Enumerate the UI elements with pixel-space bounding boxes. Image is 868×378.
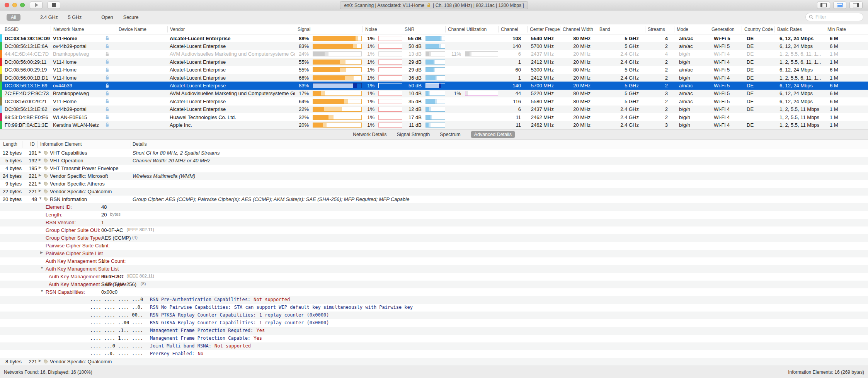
network-row[interactable]: DC:08:56:13:1E:6Aov44b39-portalAlcatel-L… [0,42,868,50]
ie-row[interactable]: Auth Key Management Suite OUI:00-0F-AC(I… [0,273,868,281]
network-row[interactable]: 44:4E:6D:44:CE:7DBramkoppelwegAVM Audiov… [0,50,868,58]
tab-network-details[interactable]: Network Details [353,132,387,137]
scan-stop-button[interactable] [48,2,60,9]
disclosure-expanded-icon[interactable]: ▼ [39,196,42,200]
ie-row[interactable]: .... ..0. .... ....PeerKey Enabled:No [0,350,868,358]
column-header-bssid[interactable]: BSSID [2,26,51,32]
toggle-bottom-panel-button[interactable] [833,2,846,9]
ie-row[interactable]: Auth Key Management Suite Type:SAE (SHA-… [0,281,868,288]
disclosure-collapsed-icon[interactable]: ▶ [39,173,41,177]
zoom-button[interactable] [20,3,25,7]
column-header-mode[interactable]: Mode [674,26,709,32]
ie-row[interactable]: 20 bytes48▼RSN InformationGroup Cipher: … [0,196,868,203]
ie-row[interactable]: 4 bytes195▶VHT Transmit Power Envelope [0,165,868,172]
network-row[interactable]: DC:08:56:00:29:11V11-HomeAlcatel-Lucent … [0,58,868,66]
band-filter-2-4ghz[interactable]: 2.4 GHz [40,15,58,20]
ie-row[interactable]: Auth Key Management Suite Count:1 [0,257,868,265]
ie-row[interactable]: ▼Auth Key Management Suite List [0,265,868,273]
column-header-country-code[interactable]: Country Code [742,26,774,32]
toggle-left-sidebar-button[interactable] [817,2,830,9]
network-row[interactable]: DC:08:56:13:1E:62ov44b39-portalAlcatel-L… [0,106,868,113]
disclosure-collapsed-icon[interactable]: ▶ [39,359,41,363]
generation-cell: Wi-Fi 4 [709,51,742,57]
ie-row[interactable]: Pairwise Cipher Suite Count:1 [0,242,868,250]
tab-advanced-details[interactable]: Advanced Details [471,131,515,138]
ie-row[interactable]: ▼RSN Capabilities:0x00c0 [0,288,868,296]
ie-row[interactable]: ▶Pairwise Cipher Suite List [0,250,868,257]
disclosure-collapsed-icon[interactable]: ▶ [39,189,41,192]
scan-start-button[interactable] [30,2,43,9]
disclosure-collapsed-icon[interactable]: ▶ [39,158,41,162]
column-header-streams[interactable]: Streams [645,26,674,32]
column-header-channel-width[interactable]: Channel Width [560,26,597,32]
column-header-min-rate[interactable]: Min Rate [825,26,868,32]
network-row[interactable]: F0:99:BF:0A:E1:3EKerstins WLAN-NetzwerkA… [0,121,868,129]
ie-row[interactable]: Element ID:48 [0,203,868,211]
tab-spectrum[interactable]: Spectrum [440,132,461,137]
column-header-channel-utilization[interactable]: Channel Utilization [445,26,498,32]
network-row[interactable]: DC:08:56:00:1B:D1V11-HomeAlcatel-Lucent … [0,74,868,82]
network-row[interactable]: DC:08:56:00:29:21V11-HomeAlcatel-Lucent … [0,97,868,105]
tag-icon [44,158,48,164]
ie-row[interactable]: 22 bytes221▶Vendor Specific: Qualcomm [0,188,868,196]
network-row[interactable]: 7C:FF:4D:2E:9C:73BramkoppelwegAVM Audiov… [0,90,868,97]
filter-input[interactable] [815,14,860,20]
toggle-right-sidebar-button[interactable] [849,2,863,9]
network-row[interactable]: DC:08:56:13:1E:69ov44b39Alcatel-Lucent E… [0,82,868,89]
network-row[interactable]: 88:53:D4:BE:E0:E6WLAN-E0E615Huawei Techn… [0,113,868,121]
ie-row[interactable]: .... .... ..00 ....RSN GTKSA Replay Coun… [0,319,868,327]
noise-bar [378,123,402,128]
ie-row[interactable]: Group Cipher Suite OUI:00-0F-AC(IEEE 802… [0,226,868,234]
band-filter-5ghz[interactable]: 5 GHz [68,15,82,20]
snr-bar-cell [423,60,445,65]
column-header-signal[interactable]: Signal [295,26,363,32]
column-header-device-name[interactable]: Device Name [116,26,167,32]
ie-field-note: (8) [141,281,146,286]
disclosure-expanded-icon[interactable]: ▼ [40,266,44,270]
column-header-basic-rates[interactable]: Basic Rates [774,26,825,32]
band-filter-all[interactable]: All [7,14,20,21]
disclosure-expanded-icon[interactable]: ▼ [40,289,44,293]
disclosure-collapsed-icon[interactable]: ▶ [39,150,41,154]
ie-row[interactable]: Group Cipher Suite Type:AES (CCMP)(4) [0,234,868,242]
ie-column-header-details[interactable]: Details [133,141,147,147]
column-header-network-name[interactable]: Network Name [51,26,116,32]
ie-row[interactable]: 5 bytes192▶VHT OperationChannel Width: 2… [0,157,868,165]
column-header-noise[interactable]: Noise [363,26,402,32]
ie-row[interactable]: 12 bytes191▶VHT CapabilitiesShort GI for… [0,149,868,157]
ie-row[interactable]: .... .... .1.. ....Management Frame Prot… [0,327,868,335]
security-filter-open[interactable]: Open [101,15,113,20]
ie-field-label: Group Cipher Suite OUI: [46,227,100,233]
network-row[interactable]: DC:08:56:00:29:19V11-HomeAlcatel-Lucent … [0,66,868,74]
basic-rates-cell: 1, 2, 5.5, 6, 11, 1... [774,75,825,81]
filter-field[interactable] [805,13,863,21]
column-header-channel[interactable]: Channel [498,26,527,32]
column-header-center-frequency[interactable]: Center Frequency [527,26,560,32]
ie-row[interactable]: .... .... .... ...0RSN Pre-Authenticatio… [0,296,868,304]
ie-column-header-information-element[interactable]: Information Element [40,141,82,147]
close-button[interactable] [5,3,9,7]
snr-bar-cell [423,99,445,104]
column-header-vendor[interactable]: Vendor [167,26,295,32]
ie-column-header-id[interactable]: ID [30,141,35,147]
ie-row[interactable]: 9 bytes221▶Vendor Specific: Atheros [0,180,868,188]
column-header-snr[interactable]: SNR [402,26,445,32]
disclosure-collapsed-icon[interactable]: ▶ [39,181,41,185]
network-row[interactable]: DC:08:56:00:1B:D9V11-HomeAlcatel-Lucent … [0,34,868,42]
ie-row[interactable]: RSN Version:1 [0,219,868,226]
security-filter-secure[interactable]: Secure [123,15,139,20]
ie-row[interactable]: 8 bytes221▶Vendor Specific: Qualcomm [0,358,868,366]
ie-row[interactable]: .... .... .... ..0.RSN No Pairwise Capab… [0,304,868,312]
tab-signal-strength[interactable]: Signal Strength [397,132,430,137]
column-header-generation[interactable]: Generation [709,26,742,32]
column-header-band[interactable]: Band [597,26,645,32]
ie-column-header-length[interactable]: Length [3,141,17,147]
ie-row[interactable]: .... .... 1... ....Management Frame Prot… [0,335,868,342]
ie-row[interactable]: .... ...0 .... ....Joint Multi-band RSNA… [0,342,868,350]
disclosure-collapsed-icon[interactable]: ▶ [40,250,43,254]
minimize-button[interactable] [12,3,17,7]
ie-row[interactable]: .... .... .... 00..RSN PTKSA Replay Coun… [0,312,868,319]
ie-row[interactable]: 24 bytes221▶Vendor Specific: MicrosoftWi… [0,172,868,180]
disclosure-collapsed-icon[interactable]: ▶ [39,165,41,169]
ie-row[interactable]: Length:20bytes [0,211,868,219]
